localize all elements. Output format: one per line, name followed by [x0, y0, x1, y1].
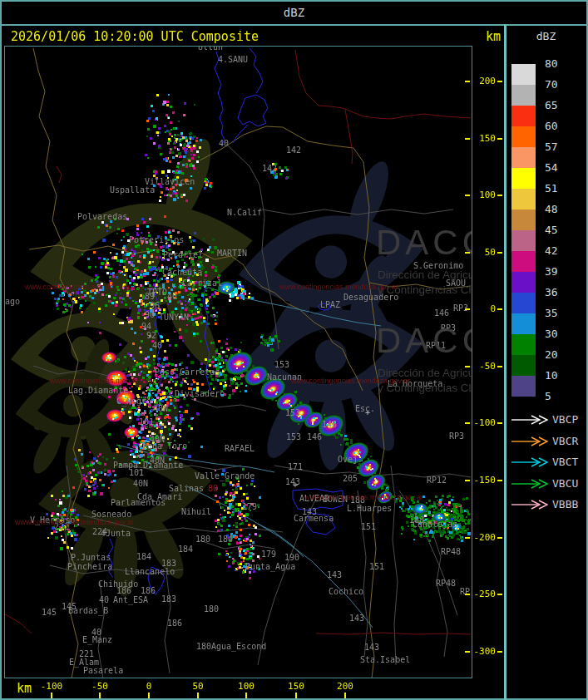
map-place-label: 94	[141, 323, 151, 331]
map-labels-layer: Ullun4.SANU40142142VillavicenUspallataPo…	[4, 46, 472, 678]
y-axis-tick-label: 200	[457, 76, 496, 86]
map-place-label: 146	[322, 421, 337, 429]
colorbar-swatch	[511, 210, 536, 230]
y-axis-inner-tick	[465, 138, 470, 140]
watermark-line1: Dirección de Agricultura	[378, 269, 472, 281]
map-place-label: 96	[150, 302, 160, 310]
colorbar-tick-label: 10	[545, 369, 558, 382]
map-place-label: ago	[5, 298, 20, 306]
colorbar-swatch	[511, 85, 536, 106]
map-place-label: Pasarela	[83, 667, 123, 675]
map-place-label: N.Calif	[227, 209, 262, 217]
map-place-label: 179	[261, 550, 276, 559]
map-place-label: Sta.Isabel	[360, 656, 410, 664]
y-axis-inner-tick	[465, 308, 470, 310]
map-place-label: 40	[167, 293, 177, 301]
map-place-label: 180	[195, 535, 210, 544]
y-axis-tick-label: 100	[457, 190, 496, 200]
y-axis-tick-label: -150	[457, 475, 496, 486]
x-axis-tick-label: 0	[146, 681, 152, 692]
x-axis-tick	[344, 693, 346, 698]
colorbar-tick-label: 42	[545, 244, 558, 257]
vector-legend-label: VBCP	[552, 413, 578, 426]
colorbar-swatch	[511, 147, 536, 168]
y-axis-tick	[497, 138, 502, 140]
map-place-label: Ant_ESA	[113, 596, 148, 604]
map-place-label: Paso_Carretas	[155, 368, 220, 377]
map-place-label: Carrizal	[182, 279, 222, 288]
map-place-label: Uspallata	[110, 186, 155, 195]
map-place-label: 40	[152, 342, 162, 350]
y-axis-inner-tick	[465, 537, 470, 539]
y-axis-tick-label: 50	[457, 247, 496, 258]
map-place-label: Llancanelo	[125, 568, 175, 576]
vbcp-arrow-icon	[511, 415, 550, 426]
map-place-label: RP48	[436, 579, 456, 588]
map-place-label: 183	[161, 595, 176, 604]
map-place-label: 151	[369, 563, 384, 571]
colorbar-tick-label: 51	[545, 182, 558, 195]
map-place-label: 142	[262, 165, 277, 173]
map-place-label: +	[293, 481, 298, 490]
y-axis-tick	[497, 81, 502, 82]
map-place-label: 153	[274, 361, 289, 369]
map-place-label: 142	[286, 146, 301, 155]
titlebar-divider	[0, 24, 588, 26]
colorbar-tick-label: 60	[545, 120, 558, 132]
map-place-label: Punta_Agua	[245, 563, 295, 571]
map-place-label: +	[365, 409, 370, 417]
map-place-label: 89	[145, 293, 155, 301]
colorbar-tick-label: 65	[545, 99, 558, 111]
map-place-label: RP3	[449, 432, 464, 441]
colorbar-tick-label: 30	[545, 328, 558, 340]
watermark-url: www.contingencias.mendoza.gov.ar	[15, 518, 134, 526]
colorbar-tick-label: 36	[545, 286, 558, 298]
map-place-label: 184	[218, 535, 233, 544]
y-axis-tick	[497, 252, 502, 254]
x-axis-tick-label: 150	[288, 681, 304, 692]
x-axis-tick	[99, 693, 101, 698]
radar-app-window: dBZ 2026/01/06 10:20:00 UTC Composite km…	[0, 0, 588, 700]
colorbar-tick-label: 57	[545, 140, 558, 153]
colorbar-tick-label: 20	[545, 348, 558, 361]
colorbar-swatch	[511, 376, 536, 397]
y-axis-inner-tick	[465, 422, 470, 424]
map-place-label: Bardas_B	[68, 607, 108, 615]
map-place-label: LPAZ	[320, 301, 340, 309]
y-axis-inner-tick	[465, 195, 470, 196]
map-place-label: 90	[145, 311, 155, 319]
map-place-label: MARTIN	[217, 249, 247, 258]
colorbar-swatch	[511, 334, 536, 355]
vbbb-arrow-icon	[511, 500, 550, 510]
map-place-label: 40	[99, 596, 109, 604]
map-place-label: Cochico	[329, 588, 363, 596]
watermark-url: www.contingencias.mendoza.gov.ar	[291, 377, 410, 385]
window-title: dBZ	[0, 6, 588, 19]
map-place-label: 180	[196, 643, 211, 651]
y-axis-inner-tick	[465, 366, 470, 367]
map-place-label: 101	[129, 469, 144, 477]
y-axis-inner-tick	[465, 594, 470, 595]
y-axis-tick	[497, 594, 502, 595]
map-place-label: Cacheuta	[162, 269, 202, 277]
map-place-label: 4Junta	[101, 530, 131, 538]
map-place-label: 205	[343, 475, 358, 483]
colorbar-swatch	[511, 251, 536, 272]
colorbar-swatch	[511, 106, 536, 126]
y-axis-inner-tick	[465, 651, 470, 653]
x-axis-tick	[295, 693, 297, 698]
colorbar-title: dBZ	[506, 30, 586, 42]
colorbar-swatch	[511, 355, 536, 376]
colorbar-swatch	[511, 64, 536, 85]
vbct-arrow-icon	[511, 457, 550, 468]
colorbar-tick-label: 45	[545, 224, 558, 236]
map-place-label: Pampa_Diamante	[113, 461, 183, 470]
x-axis-tick-label: 100	[238, 681, 254, 692]
map-place-label: Carmensa	[294, 515, 334, 523]
x-axis-tick-label: -50	[91, 681, 108, 692]
map-place-label: 92	[146, 332, 156, 340]
map-place-label: 186	[167, 619, 182, 628]
map-place-label: 186	[116, 587, 131, 595]
colorbar-swatch	[511, 313, 536, 334]
map-place-label: 180	[204, 605, 219, 614]
